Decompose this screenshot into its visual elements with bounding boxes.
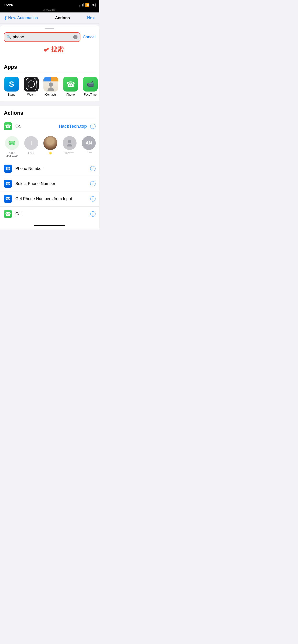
action-get-phone-row[interactable]: ☎ Get Phone Numbers from Input i: [0, 192, 99, 206]
next-button[interactable]: Next: [87, 16, 95, 20]
call2-action-icon: ☎: [4, 210, 12, 218]
app-item-facetime[interactable]: 📹 FaceTime: [82, 77, 99, 96]
app-label-phone: Phone: [66, 93, 75, 96]
contact-label-an: *** ***: [85, 152, 92, 154]
actions-section-header: Actions: [0, 106, 99, 118]
status-time: 15:26: [4, 3, 13, 7]
arrow-icon: ⬅: [42, 44, 51, 54]
apps-section-header: Apps: [0, 60, 99, 72]
select-phone-icon: ☎: [4, 180, 12, 188]
get-phone-icon: ☎: [4, 195, 12, 203]
contact-circle-ircc: I: [24, 136, 38, 150]
action-call2-row[interactable]: ☎ Call i: [0, 206, 99, 222]
status-bar: 15:26 📶 76: [0, 0, 99, 9]
actions-section: Actions ☎ Call HackTech.top i ☎ (888)242: [0, 106, 99, 222]
contacts-icon: [43, 77, 58, 92]
app-item-watch[interactable]: Watch: [23, 77, 40, 96]
sheet-area: 🔍 ✕ Cancel ⬅ 搜索 Apps S Skype: [0, 26, 99, 222]
contact-circle-an: AN: [82, 136, 96, 150]
page-title: Actions: [55, 16, 70, 20]
home-bar: [34, 225, 65, 226]
contact-item-phone[interactable]: ☎ (888)242-2100: [4, 136, 20, 157]
annotation-row: ⬅ 搜索: [0, 45, 99, 60]
clear-button[interactable]: ✕: [73, 35, 77, 39]
facetime-icon: 📹: [83, 77, 98, 92]
contact-label-phone: (888)242-2100: [7, 152, 18, 157]
app-item-phone[interactable]: ☎ Phone: [62, 77, 79, 96]
call-action-icon: ☎: [4, 122, 12, 130]
contact-item-ircc[interactable]: I IRCC: [23, 136, 39, 157]
annotation-container: ⬅ 搜索: [43, 45, 64, 54]
contacts-row: ☎ (888)242-2100 I IRCC 🌟: [0, 134, 99, 161]
search-bar-row: 🔍 ✕ Cancel: [0, 32, 99, 45]
app-label-facetime: FaceTime: [84, 93, 97, 96]
annotation-text: 搜索: [51, 45, 64, 54]
signal-bars-icon: [79, 3, 84, 6]
select-phone-info-button[interactable]: i: [90, 181, 95, 186]
back-chevron-icon: ❮: [4, 15, 7, 20]
app-label-watch: Watch: [27, 93, 35, 96]
wifi-icon: 📶: [85, 3, 89, 7]
contact-item-tony[interactable]: Tony ***: [61, 136, 78, 157]
search-input[interactable]: [13, 35, 72, 40]
status-right: 📶 76: [79, 3, 95, 7]
contact-circle-tony: [63, 136, 77, 150]
contact-photo: [43, 136, 57, 150]
app-label-contacts: Contacts: [45, 93, 56, 96]
action-select-phone-label: Select Phone Number: [15, 181, 87, 186]
sheet-handle: [45, 28, 54, 29]
network-speed: ↑0B/s↓4KB/s: [0, 9, 99, 12]
contact-label-ircc: IRCC: [28, 152, 35, 154]
action-call2-label: Call: [15, 212, 87, 216]
action-phone-number-label: Phone Number: [15, 166, 87, 171]
phone-number-icon: ☎: [4, 164, 12, 173]
search-icon: 🔍: [7, 35, 11, 39]
call2-info-button[interactable]: i: [90, 211, 95, 216]
call-info-button[interactable]: i: [90, 124, 95, 129]
action-call-main[interactable]: ☎ Call HackTech.top i: [0, 119, 99, 134]
contact-item-an[interactable]: AN *** ***: [81, 136, 97, 157]
section-gap: [0, 101, 99, 106]
back-button[interactable]: ❮ New Automation: [4, 15, 38, 20]
action-call-row: ☎ Call HackTech.top i ☎ (888)242-2100 I: [0, 119, 99, 161]
home-indicator: [0, 222, 99, 230]
cancel-button[interactable]: Cancel: [83, 35, 95, 40]
contact-label-tony: Tony ***: [65, 152, 74, 154]
app-item-contacts[interactable]: Contacts: [42, 77, 60, 96]
action-phone-number-row[interactable]: ☎ Phone Number i: [0, 161, 99, 176]
watch-icon: [24, 77, 39, 92]
watermark: HackTech.top: [59, 124, 87, 129]
phone-number-info-button[interactable]: i: [90, 166, 95, 171]
phone-icon: ☎: [63, 77, 78, 92]
app-label-skype: Skype: [8, 93, 15, 96]
app-item-skype[interactable]: S Skype: [3, 77, 20, 96]
action-select-phone-row[interactable]: ☎ Select Phone Number i: [0, 176, 99, 192]
get-phone-info-button[interactable]: i: [90, 196, 95, 202]
back-label: New Automation: [8, 16, 38, 20]
skype-icon: S: [4, 77, 19, 92]
contact-item-photo[interactable]: 🌟: [42, 136, 59, 157]
action-call-label: Call: [15, 124, 55, 129]
action-get-phone-label: Get Phone Numbers from Input: [15, 196, 87, 201]
nav-bar: ❮ New Automation Actions Next: [0, 12, 99, 24]
apps-row: S Skype Watch: [0, 73, 99, 101]
contact-circle-phone: ☎: [5, 136, 19, 150]
contact-label-photo: 🌟: [49, 152, 52, 154]
search-input-wrap: 🔍 ✕: [4, 32, 80, 42]
battery-icon: 76: [91, 3, 95, 7]
